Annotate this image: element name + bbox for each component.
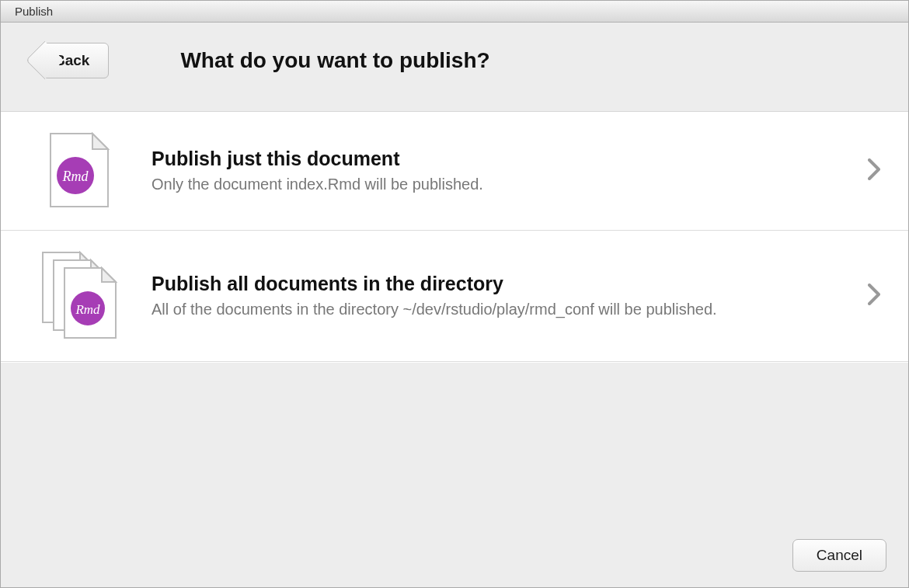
options-list: Rmd Publish just this document Only the … (1, 112, 908, 362)
dialog-header: Back What do you want to publish? (1, 23, 908, 112)
svg-text:Rmd: Rmd (75, 302, 100, 317)
option-text-block: Publish just this document Only the docu… (152, 148, 838, 195)
dialog-footer: Cancel (1, 527, 908, 587)
rmd-file-icon: Rmd (37, 132, 122, 210)
rmd-file-stack-icon: Rmd (37, 251, 122, 341)
option-description: All of the documents in the directory ~/… (152, 298, 789, 320)
page-heading: What do you want to publish? (180, 48, 489, 73)
back-button[interactable]: Back (43, 43, 109, 78)
option-title: Publish all documents in the directory (152, 273, 838, 295)
window-titlebar: Publish (1, 1, 908, 23)
chevron-right-icon (868, 284, 880, 308)
option-description: Only the document index.Rmd will be publ… (152, 173, 789, 195)
spacer (1, 362, 908, 527)
back-button-label: Back (54, 52, 89, 69)
option-title: Publish just this document (152, 148, 838, 170)
cancel-button[interactable]: Cancel (792, 539, 886, 572)
option-publish-directory[interactable]: Rmd Publish all documents in the directo… (1, 231, 908, 362)
chevron-right-icon (868, 158, 880, 183)
option-publish-document[interactable]: Rmd Publish just this document Only the … (1, 112, 908, 231)
svg-text:Rmd: Rmd (62, 169, 89, 184)
window-title: Publish (15, 5, 53, 18)
cancel-button-label: Cancel (817, 547, 862, 563)
option-text-block: Publish all documents in the directory A… (152, 273, 838, 320)
